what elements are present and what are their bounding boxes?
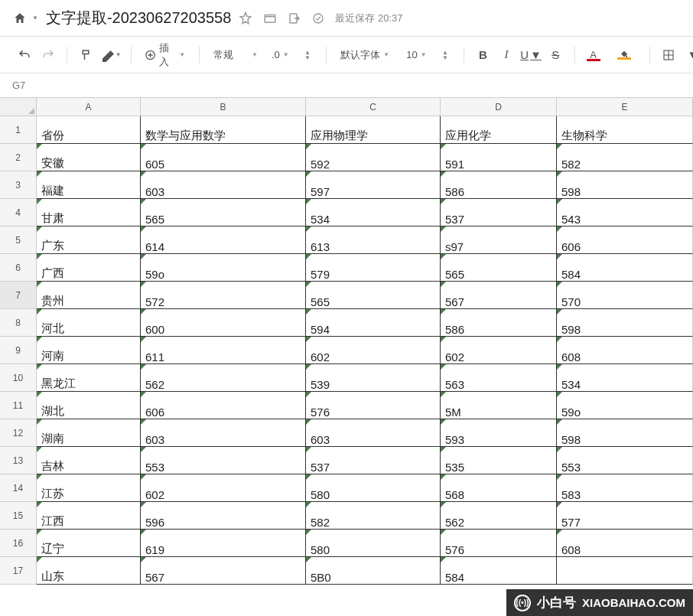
- cell[interactable]: 577: [557, 502, 693, 530]
- row-header[interactable]: 12: [0, 419, 37, 447]
- cell[interactable]: 贵州: [37, 282, 141, 309]
- col-header-b[interactable]: B: [141, 98, 306, 116]
- row-header[interactable]: 9: [0, 337, 37, 364]
- cell[interactable]: 565: [306, 282, 441, 309]
- row-header[interactable]: 1: [0, 116, 37, 144]
- cell[interactable]: 583: [557, 474, 693, 502]
- cell[interactable]: 598: [557, 419, 693, 447]
- cell[interactable]: 江苏: [37, 474, 141, 502]
- cell[interactable]: 570: [557, 282, 693, 309]
- redo-button[interactable]: [39, 44, 58, 66]
- strike-button[interactable]: S: [546, 44, 565, 66]
- col-header-a[interactable]: A: [37, 98, 141, 116]
- cell[interactable]: 省份: [37, 116, 141, 144]
- insert-dropdown[interactable]: 插入▼: [140, 41, 190, 69]
- text-color-button[interactable]: A▼: [584, 44, 603, 66]
- cell[interactable]: 593: [441, 419, 557, 447]
- cell[interactable]: 河南: [37, 337, 141, 364]
- clear-format-button[interactable]: ▼: [100, 44, 122, 66]
- fill-color-button[interactable]: ▼: [615, 44, 634, 66]
- cell[interactable]: 582: [557, 144, 693, 171]
- cell[interactable]: 568: [441, 474, 557, 502]
- cell[interactable]: 534: [557, 364, 693, 392]
- cell[interactable]: 608: [557, 337, 693, 364]
- chevron-down-icon[interactable]: ▼: [32, 15, 38, 21]
- cell[interactable]: 539: [306, 364, 441, 392]
- borders-button[interactable]: [659, 44, 678, 66]
- row-header[interactable]: 13: [0, 447, 37, 474]
- cell[interactable]: 572: [141, 282, 306, 309]
- cell[interactable]: 数学与应用数学: [141, 116, 306, 144]
- cell[interactable]: 563: [441, 364, 557, 392]
- folder-icon[interactable]: [263, 11, 277, 25]
- cell[interactable]: 534: [306, 199, 441, 227]
- col-header-d[interactable]: D: [441, 98, 557, 116]
- col-header-c[interactable]: C: [306, 98, 441, 116]
- row-header[interactable]: 6: [0, 254, 37, 282]
- underline-button[interactable]: U▼: [520, 44, 542, 66]
- row-header[interactable]: 4: [0, 199, 37, 227]
- cell[interactable]: 537: [306, 447, 441, 474]
- cell[interactable]: 562: [141, 364, 306, 392]
- cell[interactable]: 甘肃: [37, 199, 141, 227]
- cell[interactable]: 应用化学: [441, 116, 557, 144]
- cell[interactable]: 湖北: [37, 392, 141, 419]
- row-header[interactable]: 8: [0, 309, 37, 337]
- star-icon[interactable]: [239, 11, 252, 25]
- cell[interactable]: 59o: [557, 392, 693, 419]
- cell[interactable]: 广西: [37, 254, 141, 282]
- cell[interactable]: 576: [306, 392, 441, 419]
- cell[interactable]: 567: [141, 557, 306, 585]
- cell[interactable]: 586: [441, 171, 557, 199]
- cell[interactable]: 应用物理学: [306, 116, 441, 144]
- cell[interactable]: 567: [441, 282, 557, 309]
- cell[interactable]: 59o: [141, 254, 306, 282]
- decimal-inc-button[interactable]: ▲▼: [298, 44, 317, 66]
- cell[interactable]: 黑龙江: [37, 364, 141, 392]
- row-header[interactable]: 17: [0, 557, 37, 585]
- row-header[interactable]: 5: [0, 227, 37, 254]
- cell[interactable]: 江西: [37, 502, 141, 530]
- format-dropdown[interactable]: 常规▼: [209, 48, 262, 62]
- cell[interactable]: 576: [441, 530, 557, 557]
- cell[interactable]: 603: [141, 171, 306, 199]
- cell[interactable]: 553: [557, 447, 693, 474]
- cell[interactable]: 608: [557, 530, 693, 557]
- paint-format-button[interactable]: [76, 44, 96, 66]
- font-size-dropdown[interactable]: 10▼: [402, 49, 431, 60]
- row-header[interactable]: 15: [0, 502, 37, 530]
- cell[interactable]: 602: [306, 337, 441, 364]
- cell[interactable]: 5B0: [306, 557, 441, 585]
- cell[interactable]: 565: [441, 254, 557, 282]
- select-all-corner[interactable]: [0, 98, 37, 116]
- cell[interactable]: 安徽: [37, 144, 141, 171]
- cell[interactable]: 597: [306, 171, 441, 199]
- cell[interactable]: 565: [141, 199, 306, 227]
- cell[interactable]: 605: [141, 144, 306, 171]
- home-icon[interactable]: [12, 11, 28, 25]
- cell[interactable]: 537: [441, 199, 557, 227]
- col-header-e[interactable]: E: [557, 98, 693, 116]
- cell[interactable]: 592: [306, 144, 441, 171]
- cell[interactable]: 湖南: [37, 419, 141, 447]
- row-header[interactable]: 10: [0, 364, 37, 392]
- italic-button[interactable]: I: [497, 44, 516, 66]
- cell[interactable]: [557, 557, 693, 585]
- cell[interactable]: 579: [306, 254, 441, 282]
- cell[interactable]: 广东: [37, 227, 141, 254]
- cell[interactable]: 辽宁: [37, 530, 141, 557]
- bold-button[interactable]: B: [473, 44, 493, 66]
- row-header[interactable]: 3: [0, 171, 37, 199]
- undo-button[interactable]: [15, 44, 34, 66]
- cell[interactable]: 606: [557, 227, 693, 254]
- font-dropdown[interactable]: 默认字体▼: [336, 48, 397, 62]
- cell[interactable]: 562: [441, 502, 557, 530]
- cell[interactable]: 584: [557, 254, 693, 282]
- cell[interactable]: 543: [557, 199, 693, 227]
- cell[interactable]: 602: [441, 337, 557, 364]
- cell[interactable]: 606: [141, 392, 306, 419]
- cell[interactable]: 福建: [37, 171, 141, 199]
- export-icon[interactable]: [288, 11, 301, 25]
- cell[interactable]: s97: [441, 227, 557, 254]
- cell[interactable]: 619: [141, 530, 306, 557]
